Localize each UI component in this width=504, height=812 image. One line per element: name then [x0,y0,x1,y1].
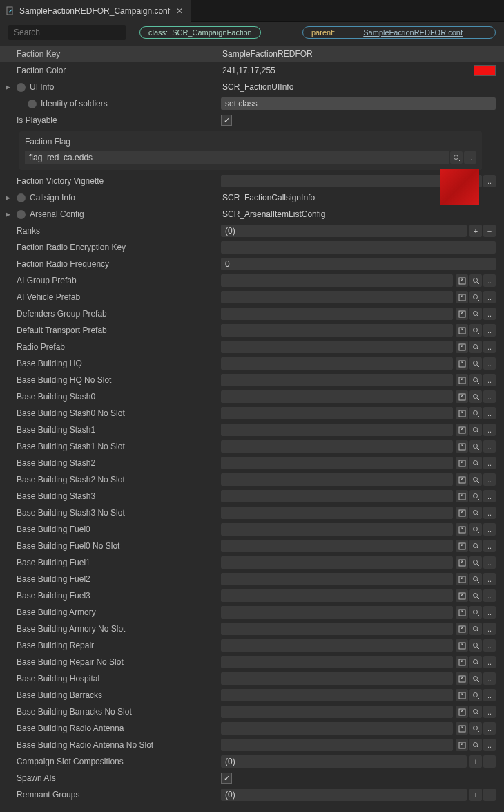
more-button[interactable]: .. [483,722,496,735]
override-dot-icon[interactable] [17,210,26,219]
search-icon[interactable] [469,274,482,287]
property-row[interactable]: Base Building Stash2.. [0,455,504,471]
property-row[interactable]: Base Building HQ.. [0,355,504,372]
open-icon[interactable] [456,739,468,751]
search-icon[interactable] [469,407,482,419]
search-icon[interactable] [450,151,463,164]
more-button[interactable]: .. [483,623,496,635]
property-row[interactable]: Base Building Barracks No Slot.. [0,704,504,720]
property-row[interactable]: AI Vehicle Prefab.. [0,289,504,305]
property-row[interactable]: Default Transport Prefab.. [0,322,504,339]
more-button[interactable]: .. [483,308,496,320]
more-button[interactable]: .. [483,706,496,718]
search-icon[interactable] [469,540,482,552]
property-row[interactable]: Base Building Repair No Slot.. [0,654,504,670]
resource-input[interactable] [221,374,453,386]
resource-input[interactable] [221,507,453,519]
search-icon[interactable] [469,291,482,303]
search-icon[interactable] [469,490,482,502]
more-button[interactable]: .. [483,556,496,569]
property-row[interactable]: Faction Victory Vignette.. [0,173,504,189]
set-class-input[interactable] [221,97,496,110]
more-button[interactable]: .. [483,656,496,668]
search-icon[interactable] [469,556,482,569]
property-row[interactable]: Base Building Stash2 No Slot.. [0,471,504,488]
resource-input[interactable] [221,623,453,635]
property-row[interactable]: Is Playable✓ [0,112,504,129]
property-row[interactable]: Faction Radio Frequency [0,256,504,272]
open-icon[interactable] [456,656,468,668]
open-icon[interactable] [456,556,468,569]
resource-input[interactable] [221,639,453,652]
resource-input[interactable] [221,324,453,337]
search-icon[interactable] [469,523,482,536]
property-row[interactable]: Base Building Radio Antenna No Slot.. [0,737,504,753]
array-count[interactable] [221,225,467,237]
property-row[interactable]: Base Building Stash1 No Slot.. [0,438,504,455]
open-icon[interactable] [456,490,468,502]
search-icon[interactable] [469,623,482,635]
search-icon[interactable] [469,706,482,718]
override-dot-icon[interactable] [17,193,26,202]
property-row[interactable]: Base Building Radio Antenna.. [0,720,504,737]
more-button[interactable]: .. [483,357,496,370]
open-icon[interactable] [456,341,468,353]
add-button[interactable]: + [469,789,482,801]
more-button[interactable]: .. [483,606,496,619]
open-icon[interactable] [456,374,468,386]
more-button[interactable]: .. [483,390,496,403]
resource-input[interactable] [221,424,453,436]
search-icon[interactable] [469,390,482,403]
resource-input[interactable] [221,706,453,718]
open-icon[interactable] [456,540,468,552]
expander-icon[interactable]: ▶ [6,194,14,201]
search-icon[interactable] [469,457,482,469]
open-icon[interactable] [456,308,468,320]
open-icon[interactable] [456,589,468,602]
property-row[interactable]: Faction Color241,17,17,255 [0,62,504,79]
resource-input[interactable] [221,473,453,486]
open-icon[interactable] [456,639,468,652]
resource-input[interactable] [221,291,453,303]
resource-input[interactable] [221,308,453,320]
property-row[interactable]: Campaign Slot Compositions+− [0,753,504,770]
property-row[interactable]: Base Building Fuel0.. [0,521,504,538]
parent-pill[interactable]: parent: SampleFactionREDFOR.conf [302,26,496,39]
more-button[interactable]: .. [483,540,496,552]
text-input[interactable] [221,258,496,270]
property-row[interactable]: Radio Prefab.. [0,339,504,355]
search-icon[interactable] [469,606,482,619]
more-button[interactable]: .. [483,440,496,453]
property-row[interactable]: Defenders Group Prefab.. [0,305,504,322]
more-button[interactable]: .. [483,739,496,751]
resource-input[interactable] [221,440,453,453]
more-button[interactable]: .. [483,324,496,337]
remove-button[interactable]: − [483,755,496,768]
search-icon[interactable] [469,573,482,585]
property-row[interactable]: Base Building Stash3.. [0,488,504,504]
add-button[interactable]: + [469,755,482,768]
more-button[interactable]: .. [483,341,496,353]
open-icon[interactable] [456,357,468,370]
resource-input[interactable] [221,739,453,751]
open-icon[interactable] [456,706,468,718]
open-icon[interactable] [456,457,468,469]
property-row[interactable]: Spawn AIs✓ [0,770,504,786]
property-row[interactable]: Base Building Fuel1.. [0,554,504,571]
remove-button[interactable]: − [483,789,496,801]
more-button[interactable]: .. [483,672,496,685]
array-count[interactable] [221,755,467,768]
open-icon[interactable] [456,507,468,519]
more-button[interactable]: .. [464,151,476,164]
class-pill[interactable]: class: SCR_CampaignFaction [139,26,261,39]
search-icon[interactable] [469,722,482,735]
property-row[interactable]: ▶UI InfoSCR_FactionUIInfo [0,79,504,95]
open-icon[interactable] [456,440,468,453]
resource-input[interactable] [221,407,453,419]
open-icon[interactable] [456,274,468,287]
resource-input[interactable] [221,656,453,668]
property-row[interactable]: Base Building Barracks.. [0,687,504,704]
property-row[interactable]: Faction Radio Encryption Key [0,239,504,256]
property-row[interactable]: Ranks+− [0,223,504,239]
property-row[interactable]: Base Building Stash0 No Slot.. [0,405,504,422]
